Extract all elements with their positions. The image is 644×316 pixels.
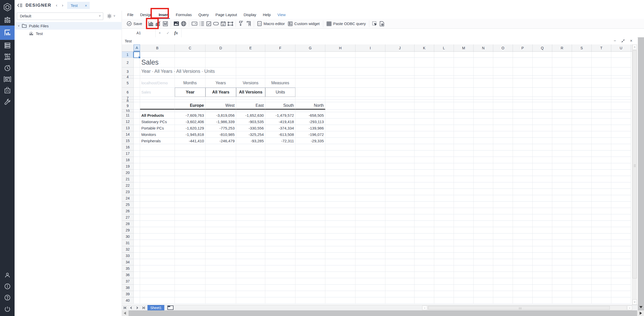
cell-F8[interactable] [265,100,295,102]
cell-H33[interactable] [325,253,355,259]
cell-R29[interactable] [552,227,572,233]
cell-T12[interactable] [592,119,611,125]
cell-U16[interactable] [611,144,631,150]
cell-H8[interactable] [325,100,355,102]
cell-L38[interactable] [434,285,454,291]
cell-N13[interactable] [474,125,493,131]
sheet-horizontal-scrollbar[interactable]: ‹ › [422,306,632,310]
cell-A2[interactable] [134,58,140,67]
cell-E12[interactable]: -903,535 [236,119,265,125]
cell-I20[interactable] [355,170,385,176]
column-header-S[interactable]: S [572,44,592,51]
cell-U24[interactable] [611,195,631,202]
cell-H20[interactable] [325,170,355,176]
cell-O29[interactable] [493,227,513,233]
cell-J4[interactable] [385,76,415,78]
row-header-6[interactable]: 6 [122,88,134,97]
cell-F5[interactable]: Measures [265,78,295,88]
cell-B39[interactable] [140,291,175,297]
cell-E25[interactable] [236,202,265,208]
cell-N39[interactable] [474,291,493,297]
cell-N32[interactable] [474,246,493,253]
cell-C35[interactable] [175,265,205,272]
cell-E15[interactable]: -93,285 [236,138,265,144]
cell-Q22[interactable] [533,182,552,189]
cell-R4[interactable] [552,76,572,78]
databases-icon[interactable] [0,40,15,51]
cell-T33[interactable] [592,253,611,259]
cell-F18[interactable] [265,157,295,163]
cell-C18[interactable] [175,157,205,163]
cell-L34[interactable] [434,259,454,265]
cell-N15[interactable] [474,138,493,144]
cell-T13[interactable] [592,125,611,131]
save-button[interactable]: Save [125,20,144,28]
row-header-10[interactable]: 10 [122,110,134,112]
cell-M15[interactable] [454,138,474,144]
cell-M21[interactable] [454,176,474,182]
cell-E20[interactable] [236,170,265,176]
nav-back-icon[interactable]: ‹ [56,3,57,7]
cell-N40[interactable] [474,297,493,304]
cell-E7[interactable] [236,97,265,100]
cell-B15[interactable]: Peripherals [140,138,175,144]
cell-I2[interactable] [355,58,385,67]
row-header-31[interactable]: 31 [122,240,134,246]
cell-S15[interactable] [572,138,592,144]
marketplace-icon[interactable] [0,85,15,96]
cell-K38[interactable] [415,285,434,291]
cell-Q14[interactable] [533,131,552,138]
cell-U9[interactable] [611,102,631,110]
cell-F36[interactable] [265,272,295,278]
cell-P21[interactable] [513,176,533,182]
cell-R37[interactable] [552,278,572,285]
cell-F15[interactable]: -72,311 [265,138,295,144]
cell-L39[interactable] [434,291,454,297]
cell-E13[interactable]: -330,556 [236,125,265,131]
cell-N14[interactable] [474,131,493,138]
app-hscroll-track[interactable] [129,310,637,316]
cell-G29[interactable] [295,227,325,233]
cell-B29[interactable] [140,227,175,233]
cell-F24[interactable] [265,195,295,202]
cell-D7[interactable] [205,97,236,100]
cell-I5[interactable] [355,78,385,88]
cell-N27[interactable] [474,214,493,221]
cell-P30[interactable] [513,233,533,240]
cell-O21[interactable] [493,176,513,182]
cell-B28[interactable] [140,221,175,227]
cell-S4[interactable] [572,76,592,78]
cell-R34[interactable] [552,259,572,265]
cell-Q20[interactable] [533,170,552,176]
cell-N20[interactable] [474,170,493,176]
cell-E29[interactable] [236,227,265,233]
cell-H4[interactable] [325,76,355,78]
app-vertical-scrollbar[interactable] [638,37,644,316]
cell-T7[interactable] [592,97,611,100]
cell-L11[interactable] [434,112,454,119]
cell-Q5[interactable] [533,78,552,88]
cell-F25[interactable] [265,202,295,208]
row-header-17[interactable]: 17 [122,150,134,157]
cell-H27[interactable] [325,214,355,221]
cell-O35[interactable] [493,265,513,272]
cell-T14[interactable] [592,131,611,138]
cell-Q15[interactable] [533,138,552,144]
cell-H19[interactable] [325,163,355,170]
cell-M13[interactable] [454,125,474,131]
cell-N7[interactable] [474,97,493,100]
cell-U6[interactable] [611,88,631,97]
cell-P5[interactable] [513,78,533,88]
cell-I1[interactable] [355,52,385,58]
cell-T31[interactable] [592,240,611,246]
cell-U4[interactable] [611,76,631,78]
cell-G26[interactable] [295,208,325,214]
cell-B33[interactable] [140,253,175,259]
cell-Q25[interactable] [533,202,552,208]
cell-B12[interactable]: Stationary PCs [140,119,175,125]
insert-chart-micro-icon[interactable] [162,20,169,28]
cell-I38[interactable] [355,285,385,291]
cell-D20[interactable] [205,170,236,176]
cell-T15[interactable] [592,138,611,144]
cell-F33[interactable] [265,253,295,259]
